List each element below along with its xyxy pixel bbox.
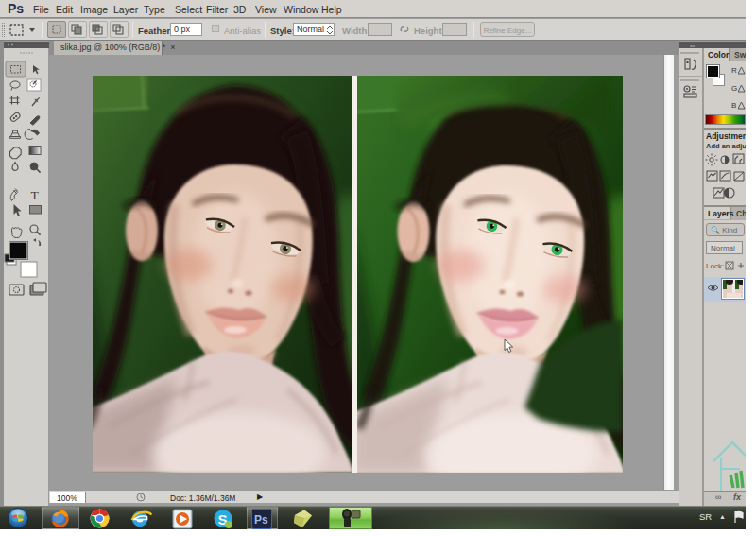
svg-text:Ps: Ps [254,513,268,527]
svg-text:T: T [31,188,40,202]
